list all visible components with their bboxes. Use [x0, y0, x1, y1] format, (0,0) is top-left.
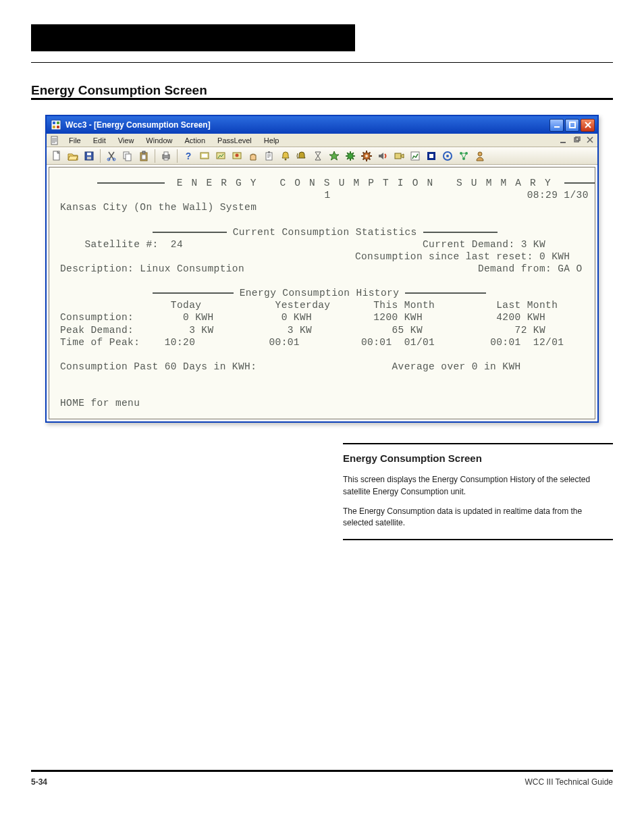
right-column-heading: Energy Consumption Screen	[343, 451, 613, 466]
help-icon[interactable]: ?	[181, 149, 196, 163]
row-peak-label: Peak Demand:	[60, 325, 134, 336]
gear-icon[interactable]	[359, 149, 374, 163]
mdi-minimize-icon[interactable]	[558, 136, 568, 145]
svg-point-45	[478, 152, 482, 156]
timepeak-yesterday: 00:01	[269, 337, 300, 348]
menu-bar: File Edit View Window Action PassLevel H…	[47, 134, 597, 147]
burst-icon[interactable]	[343, 149, 358, 163]
description-label: Description:	[60, 263, 134, 274]
target-icon[interactable]	[440, 149, 455, 163]
network-icon[interactable]	[456, 149, 471, 163]
paste-icon[interactable]	[136, 149, 151, 163]
window-maximize-button[interactable]	[565, 119, 579, 132]
print-icon[interactable]	[159, 149, 173, 163]
app-window: Wcc3 - [Energy Consumption Screen] File …	[45, 115, 599, 423]
window-title: Wcc3 - [Energy Consumption Screen]	[65, 120, 211, 130]
star-icon[interactable]	[327, 149, 342, 163]
svg-text:?: ?	[186, 151, 192, 161]
history-heading: Energy Consumption History	[240, 288, 400, 298]
svg-rect-21	[142, 155, 146, 159]
svg-rect-13	[87, 153, 91, 155]
right-column-rule-bottom	[343, 539, 613, 540]
demand-from-label: Demand from:	[478, 263, 552, 274]
svg-point-30	[236, 153, 239, 157]
masthead-spacer	[365, 24, 613, 51]
svg-rect-18	[126, 154, 131, 161]
user-icon[interactable]	[473, 149, 487, 163]
terminal-page-number: 1	[324, 190, 330, 201]
menu-passlevel[interactable]: PassLevel	[215, 135, 254, 146]
footer-doc-title: WCC III Technical Guide	[525, 777, 614, 787]
new-icon[interactable]	[49, 149, 64, 163]
mdi-close-icon[interactable]	[585, 136, 595, 145]
clipboard-icon[interactable]	[262, 149, 277, 163]
stop-icon[interactable]	[424, 149, 439, 163]
svg-rect-2	[57, 122, 59, 124]
terminal-clock: 08:29 1/30	[527, 190, 589, 201]
screen2-icon[interactable]	[213, 149, 228, 163]
menu-action[interactable]: Action	[182, 135, 208, 146]
right-column-rule-top	[343, 443, 613, 444]
svg-point-33	[285, 158, 287, 160]
menu-help[interactable]: Help	[261, 135, 282, 146]
timepeak-today: 10:20	[165, 337, 196, 348]
current-demand-label: Current Demand:	[423, 239, 515, 250]
wand-icon[interactable]	[230, 149, 244, 163]
col-today: Today	[171, 300, 202, 311]
system-name: Kansas City (On the Wall) System	[60, 202, 257, 213]
svg-rect-3	[53, 126, 55, 128]
consumption-lastmonth: 4200 KWH	[496, 312, 545, 323]
col-yesterday: Yesterday	[275, 300, 331, 311]
col-thismonth: This Month	[373, 300, 435, 311]
chart-icon[interactable]	[408, 149, 423, 163]
title-bar[interactable]: Wcc3 - [Energy Consumption Screen]	[47, 116, 597, 134]
consumption-yesterday: 0 KWH	[281, 312, 313, 323]
toolbar-separator	[155, 149, 155, 163]
timepeak-thismonth: 00:01 01/01	[361, 337, 435, 348]
stats-heading: Current Consumption Statistics	[233, 227, 417, 238]
save-icon[interactable]	[82, 149, 97, 163]
app-icon	[51, 120, 61, 130]
mdi-doc-icon	[49, 135, 59, 145]
screen1-icon[interactable]	[197, 149, 212, 163]
page-footer: 5-34 WCC III Technical Guide	[31, 770, 613, 787]
current-demand-value: 3 KW	[521, 239, 545, 250]
toolbar: ?	[47, 147, 597, 165]
copy-icon[interactable]	[120, 149, 135, 163]
bell-icon[interactable]	[278, 149, 293, 163]
hourglass-icon[interactable]	[311, 149, 325, 163]
row-consumption-label: Consumption:	[60, 312, 134, 323]
satellite-label: Satellite #:	[84, 239, 158, 250]
peak-today: 3 KW	[189, 325, 213, 336]
past60-label: Consumption Past 60 Days in KWH:	[60, 361, 257, 372]
masthead-rule	[31, 62, 613, 63]
svg-rect-24	[164, 158, 168, 160]
bell2-icon[interactable]	[294, 149, 309, 163]
peak-lastmonth: 72 KW	[515, 325, 546, 336]
hand-icon[interactable]	[246, 149, 261, 163]
svg-rect-10	[576, 136, 580, 140]
sound-icon[interactable]	[375, 149, 390, 163]
since-reset-label: Consumption since last reset:	[355, 251, 533, 262]
window-minimize-button[interactable]	[549, 119, 564, 132]
description-value: Linux Consumption	[140, 263, 244, 274]
record-icon[interactable]	[392, 149, 406, 163]
peak-yesterday: 3 KW	[288, 325, 312, 336]
menu-file[interactable]: File	[66, 135, 84, 146]
svg-rect-9	[574, 138, 579, 142]
svg-point-35	[365, 155, 368, 157]
svg-rect-37	[411, 152, 419, 160]
peak-thismonth: 65 KW	[392, 325, 423, 336]
cut-icon[interactable]	[104, 149, 119, 163]
menu-edit[interactable]: Edit	[90, 135, 109, 146]
menu-view[interactable]: View	[115, 135, 137, 146]
open-icon[interactable]	[65, 149, 80, 163]
menu-window[interactable]: Window	[143, 135, 175, 146]
row-timepeak-label: Time of Peak:	[60, 337, 140, 348]
timepeak-lastmonth: 00:01 12/01	[490, 337, 564, 348]
since-reset-value: 0 KWH	[539, 251, 570, 262]
toolbar-separator	[177, 149, 178, 163]
avg-label: Average over 0 in KWH	[392, 361, 520, 372]
mdi-restore-icon[interactable]	[572, 136, 581, 145]
window-close-button[interactable]	[581, 119, 595, 132]
